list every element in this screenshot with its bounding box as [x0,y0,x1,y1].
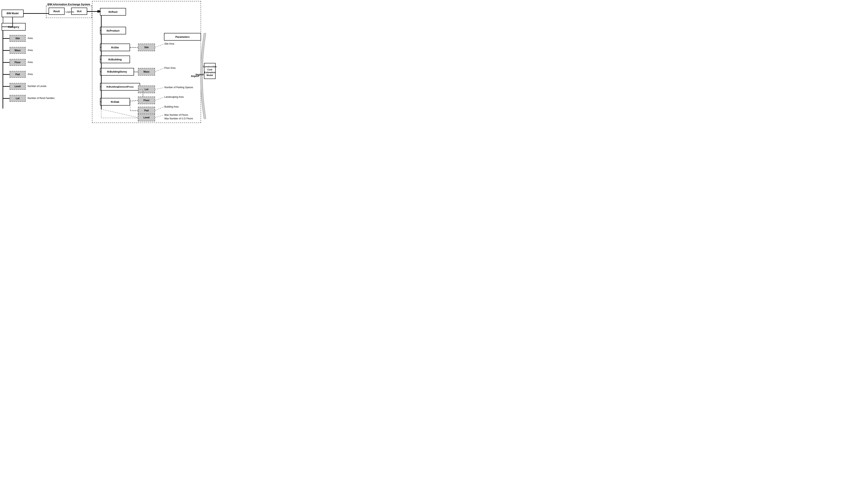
diagram-container: BIM Model Category Site Area Mass Area F… [0,0,217,125]
lot-box-left: Lot [10,95,26,102]
level-box-ifc: Level [138,114,155,121]
lot-box-ifc: Lot [138,86,155,93]
pad-box-left: Pad [10,71,26,78]
mass-box-left: Mass [10,47,26,54]
legends-label: Legends [66,11,74,13]
floor-box-left: Floor [10,59,26,66]
param-building-area: Building Area [165,105,179,108]
ifcbuilding-box: IfcBuilding [100,56,130,63]
param-parking: Number of Parking Spaces [165,86,193,89]
bim-system-label: BIM Information Exchange System [47,3,90,6]
param-floor-area: Floor Area [165,67,176,69]
pad-box-ifc: Pad [138,107,155,114]
param-landscaping: Landscaping Area [165,95,184,98]
param-max-floors: Max Number of Floors [165,114,188,116]
ifcbuildingstorey-box: IfcBuildingStorey [100,68,134,76]
mass-box-ifc: Mass [138,68,155,76]
revit-box: Revit [48,8,65,15]
ifcproduct-box: IfcProduct [100,27,126,34]
construction-cost-box: Construction CostEstimation Model [204,63,216,79]
param-site-area: Site Area [165,42,174,45]
bim-model-box: BIM Model [2,10,24,17]
ifcroot-box: IfcRoot [100,8,126,15]
ifcbuildingelementproxy-box: IfcBuildingElementProxy [100,83,140,91]
category-box: Category [2,23,26,31]
site-box-ifc: Site [138,44,155,51]
floor-box-ifc: Floor [138,96,155,104]
ifcslab-box: IfcSlab [100,98,130,105]
ifcsite-box: IfcSite [100,44,130,51]
site-box-left: Site [10,35,26,42]
param-max-ug-floors: Max Number of U.G Floors [165,117,193,120]
level-box-left: Level [10,83,26,90]
import-label: Import [191,75,199,78]
